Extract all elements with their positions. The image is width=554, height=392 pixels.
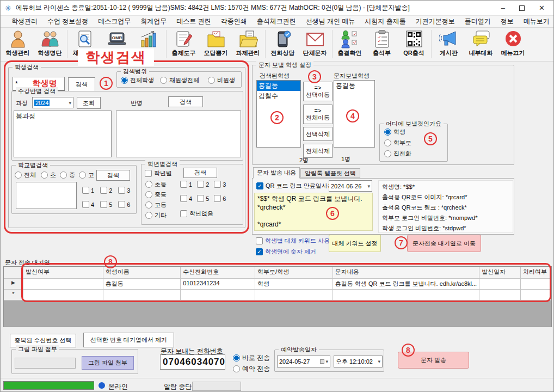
cell-student-name[interactable]: 홍길동 bbox=[103, 279, 181, 290]
dest-home-phone-radio[interactable] bbox=[384, 150, 391, 157]
minimize-button[interactable]: – bbox=[501, 4, 505, 12]
school-grade-4-checkbox[interactable] bbox=[82, 201, 89, 208]
dest-student-radio[interactable] bbox=[384, 128, 391, 136]
menu-item-info[interactable]: 정보 bbox=[496, 16, 518, 27]
school-high-radio[interactable] bbox=[79, 171, 86, 179]
col-send-date[interactable]: 발신일자 bbox=[479, 267, 521, 279]
queue-row[interactable]: ▶ 홍길동 01012341234 학생 홍길동 학생 QR 코드 링크를 보냅… bbox=[4, 279, 551, 290]
col-phone[interactable]: 수신전화번호 bbox=[181, 267, 255, 279]
cell-send-date[interactable] bbox=[479, 279, 521, 290]
student-name-search-button[interactable]: 검색 bbox=[68, 77, 95, 91]
grade-search-button[interactable]: 검색 bbox=[183, 168, 217, 178]
toolbar-item-attendance-book[interactable]: 출석부 bbox=[366, 29, 398, 57]
send-reserved-radio[interactable] bbox=[233, 365, 240, 372]
menu-item-org-info[interactable]: 기관기본정보 bbox=[411, 16, 459, 27]
menu-item-open-folder[interactable]: 폴더열기 bbox=[460, 16, 495, 27]
queue-grid[interactable]: 발신여부 학생이름 수신전화번호 학부모/학생 문자내용 발신일자 처리여부 ▶… bbox=[3, 266, 552, 327]
col-processed[interactable]: 처리여부 bbox=[521, 267, 551, 279]
scope-all-students-radio[interactable] bbox=[121, 77, 128, 84]
grade-3-checkbox[interactable] bbox=[214, 181, 221, 188]
tab-alimtalk-template[interactable]: 알림톡 템플릿 선택 bbox=[300, 168, 360, 178]
message-body-textarea[interactable]: *$$* 학생 QR 코드 링크를 보냅니다. *qrcheck* *qrcar… bbox=[254, 193, 373, 231]
cell-student-name[interactable] bbox=[103, 290, 181, 301]
col-send-status[interactable]: 발신여부 bbox=[23, 267, 103, 279]
searched-student-item[interactable]: 김철수 bbox=[257, 91, 300, 101]
school-grade-5-checkbox[interactable] bbox=[100, 201, 107, 208]
menu-item-students[interactable]: 학생관리 bbox=[7, 16, 42, 27]
qr-expiry-date-combo[interactable]: 2024-06-26 ▾ bbox=[329, 180, 372, 192]
school-all-radio[interactable] bbox=[15, 171, 22, 179]
col-content[interactable]: 문자내용 bbox=[333, 267, 479, 279]
course-listbox[interactable]: 봄과정 bbox=[14, 111, 112, 157]
sender-number-input[interactable]: 07046034070 bbox=[160, 354, 225, 370]
cell-content[interactable]: 홍길동 학생 QR 코드 링크를 보냅니다. edh.kr/ac8kl... bbox=[333, 279, 479, 290]
class-listbox[interactable] bbox=[116, 111, 241, 157]
toolbar-item-attendance-check[interactable]: 출결확인 bbox=[334, 29, 366, 57]
col-student-name[interactable]: 학생이름 bbox=[103, 267, 181, 279]
toolbar-item-student-roster[interactable]: 학생명단 bbox=[34, 29, 66, 57]
toolbar-item-student-manage[interactable]: 학생관리 bbox=[2, 29, 34, 57]
menu-item-teacher-menu[interactable]: 선생님 개인 메뉴 bbox=[301, 16, 360, 27]
toolbar-item-board[interactable]: 게시판 bbox=[433, 29, 465, 57]
cell-processed[interactable] bbox=[521, 290, 551, 301]
grade-2-checkbox[interactable] bbox=[197, 181, 204, 188]
image-attach-button[interactable]: 그림 파일 첨부 bbox=[82, 356, 134, 370]
school-middle-radio[interactable] bbox=[60, 171, 67, 179]
strip-digits-checkbox[interactable] bbox=[256, 248, 263, 255]
grade-4-checkbox[interactable] bbox=[180, 195, 187, 202]
by-grade-checkbox[interactable] bbox=[145, 170, 152, 177]
target-student-item[interactable]: 홍길동 bbox=[334, 81, 374, 91]
grade-1-checkbox[interactable] bbox=[180, 181, 187, 188]
menu-item-accounting[interactable]: 회계업무 bbox=[136, 16, 171, 27]
school-grade-3-checkbox[interactable] bbox=[118, 187, 125, 194]
school-grade-2-checkbox[interactable] bbox=[100, 187, 107, 194]
maximize-button[interactable] bbox=[519, 5, 525, 11]
to-queue-button[interactable]: 문자전송 대기열로 이동 bbox=[407, 235, 481, 252]
schedule-date-picker[interactable]: 2024-05-27 ▾ bbox=[277, 356, 330, 367]
grade-5-checkbox[interactable] bbox=[197, 195, 204, 202]
delete-selected-button[interactable]: 선택삭제 bbox=[303, 127, 333, 141]
alt-keyword-settings-button[interactable]: 대체 키워드 설정 bbox=[329, 235, 381, 252]
remove-from-queue-button[interactable]: 선택한 번호 대기열에서 제거 bbox=[83, 333, 174, 347]
class-search-button[interactable]: 검색 bbox=[168, 96, 203, 107]
cell-phone[interactable] bbox=[181, 290, 255, 301]
no-grade-checkbox[interactable] bbox=[180, 210, 187, 217]
school-search-button[interactable]: 검색 bbox=[96, 170, 130, 181]
level-elementary-radio[interactable] bbox=[145, 181, 152, 188]
move-all-button[interactable]: => 전체이동 bbox=[303, 105, 333, 124]
move-selected-button[interactable]: => 선택이동 bbox=[303, 82, 333, 101]
menu-item-print[interactable]: 각종인쇄 bbox=[217, 16, 251, 27]
grade-6-checkbox[interactable] bbox=[214, 195, 221, 202]
alarm-field[interactable] bbox=[192, 382, 241, 391]
toolbar-item-qr-attendance[interactable]: QR출석 bbox=[398, 29, 430, 57]
cell-phone[interactable]: 01012341234 bbox=[181, 279, 255, 290]
level-middle-radio[interactable] bbox=[145, 191, 152, 198]
cell-recipient[interactable]: 학생 bbox=[255, 279, 333, 290]
cell-send-status[interactable] bbox=[23, 290, 103, 301]
toolbar-item-phone-counsel[interactable]: 전화상담 bbox=[267, 29, 299, 57]
cell-send-status[interactable] bbox=[23, 279, 103, 290]
delete-all-button[interactable]: 전체삭제 bbox=[303, 144, 333, 158]
scope-enrolled-radio[interactable] bbox=[160, 77, 167, 84]
queue-row-new[interactable]: * bbox=[4, 290, 551, 301]
level-etc-radio[interactable] bbox=[145, 212, 152, 219]
cell-send-date[interactable] bbox=[479, 290, 521, 301]
toolbar-item-wrong-answer[interactable]: 오답뽑기 bbox=[200, 29, 232, 57]
close-button[interactable]: ✕ bbox=[539, 4, 545, 12]
scope-non-member-radio[interactable] bbox=[208, 77, 215, 84]
school-elementary-radio[interactable] bbox=[41, 171, 48, 179]
col-recipient[interactable]: 학부모/학생 bbox=[255, 267, 333, 279]
menu-item-exam-tool[interactable]: 시험지 출제툴 bbox=[360, 16, 410, 27]
dest-parent-radio[interactable] bbox=[384, 139, 391, 146]
school-listbox[interactable] bbox=[16, 182, 77, 209]
toolbar-item-menu-off[interactable]: 메뉴끄기 bbox=[497, 29, 529, 57]
schedule-time-picker[interactable]: 오후 12:10:02 ▾ bbox=[334, 356, 383, 367]
menu-item-view-menu[interactable]: 메뉴보기 bbox=[519, 16, 554, 27]
cell-content[interactable] bbox=[333, 290, 479, 301]
toolbar-item-group-sms[interactable]: 단체문자 bbox=[299, 29, 331, 57]
tab-message-content[interactable]: 문자 발송 내용 bbox=[253, 167, 300, 179]
alt-keyword-checkbox[interactable] bbox=[256, 237, 263, 244]
menu-item-test[interactable]: 테스트 관련 bbox=[172, 16, 215, 27]
searched-student-item[interactable]: 홍길동 bbox=[257, 81, 300, 91]
level-high-radio[interactable] bbox=[145, 201, 152, 209]
